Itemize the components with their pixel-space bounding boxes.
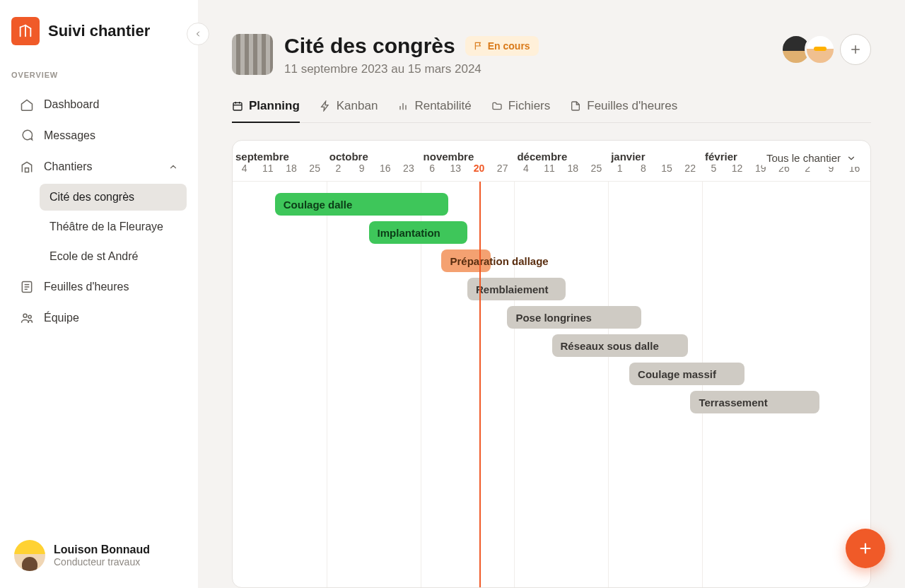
gantt-day: 16 xyxy=(373,163,397,181)
gantt-filter[interactable]: Tous le chantier xyxy=(762,149,860,167)
gantt-task[interactable]: Coulage massif xyxy=(629,363,745,385)
nav-messages[interactable]: Messages xyxy=(11,122,187,150)
nav-chantiers[interactable]: Chantiers xyxy=(11,153,187,181)
nav-dashboard[interactable]: Dashboard xyxy=(11,90,187,119)
gantt-day: 22 xyxy=(679,163,702,181)
folder-icon xyxy=(491,100,503,112)
tab-rentabilite[interactable]: Rentabilité xyxy=(397,93,471,123)
sidebar-item-chantier[interactable]: Cité des congrès xyxy=(40,184,187,211)
gantt-month: novembre xyxy=(421,151,515,163)
timesheet-icon xyxy=(20,280,34,294)
tab-label: Planning xyxy=(249,99,300,113)
gantt-task[interactable]: Préparation dallage xyxy=(441,249,491,272)
gantt-day: 25 xyxy=(303,163,327,181)
svg-point-11 xyxy=(28,315,31,318)
sidebar-item-chantier[interactable]: Ecole de st André xyxy=(40,243,187,270)
svg-line-4 xyxy=(25,25,30,29)
tab-fichiers[interactable]: Fichiers xyxy=(491,93,551,123)
project-members xyxy=(788,34,871,65)
svg-line-3 xyxy=(21,25,25,28)
tab-planning[interactable]: Planning xyxy=(232,93,300,123)
svg-rect-12 xyxy=(233,102,242,110)
section-label: OVERVIEW xyxy=(11,71,187,79)
gantt-task[interactable]: Implantation xyxy=(369,221,467,244)
collapse-sidebar-button[interactable] xyxy=(187,23,209,45)
file-icon xyxy=(570,100,581,112)
nav-label: Dashboard xyxy=(44,98,99,111)
nav-feuilles[interactable]: Feuilles d'heures xyxy=(11,273,187,301)
tab-label: Rentabilité xyxy=(414,99,471,113)
gantt-month: décembre xyxy=(514,151,608,163)
nav-label: Feuilles d'heures xyxy=(44,281,129,293)
gantt-day: 11 xyxy=(256,163,279,181)
calendar-icon xyxy=(232,100,243,112)
gantt-day: 25 xyxy=(585,163,608,181)
user-name: Louison Bonnaud xyxy=(54,543,150,556)
task-label: Coulage massif xyxy=(638,368,716,380)
gantt-day: 11 xyxy=(537,163,561,181)
task-label: Coulage dalle xyxy=(284,199,353,211)
chevron-up-icon xyxy=(168,162,178,172)
gantt-chart: Tous le chantier septembreoctobrenovembr… xyxy=(232,140,871,588)
sidebar-item-chantier[interactable]: Théâtre de la Fleuraye xyxy=(40,213,187,240)
tab-label: Fichiers xyxy=(508,99,551,113)
status-badge: En cours xyxy=(465,36,539,56)
gantt-day: 23 xyxy=(866,163,871,181)
gantt-task[interactable]: Coulage dalle xyxy=(275,193,449,216)
gantt-day: 23 xyxy=(397,163,420,181)
add-task-fab[interactable] xyxy=(846,529,885,568)
brand-logo xyxy=(11,17,40,45)
svg-rect-5 xyxy=(25,168,29,172)
project-dates: 11 septembre 2023 au 15 mars 2024 xyxy=(284,62,776,76)
task-label: Préparation dallage xyxy=(450,255,548,267)
gantt-day: 4 xyxy=(514,163,537,181)
member-avatar[interactable] xyxy=(805,34,836,65)
gantt-task[interactable]: Terrassement xyxy=(690,391,819,413)
chat-icon xyxy=(20,129,34,143)
gantt-task[interactable]: Remblaiement xyxy=(467,278,566,300)
gantt-month: janvier xyxy=(608,151,702,163)
gantt-day: 5 xyxy=(702,163,725,181)
app-title: Suivi chantier xyxy=(48,22,150,40)
today-line xyxy=(479,182,481,587)
gantt-task[interactable]: Pose longrines xyxy=(507,306,641,329)
user-role: Conducteur travaux xyxy=(54,556,150,568)
bolt-icon xyxy=(320,100,331,112)
filter-label: Tous le chantier xyxy=(766,152,841,164)
gantt-day: 27 xyxy=(491,163,514,181)
gantt-day: 15 xyxy=(655,163,678,181)
gantt-month: octobre xyxy=(327,151,421,163)
gantt-day: 4 xyxy=(233,163,256,181)
tab-kanban[interactable]: Kanban xyxy=(320,93,378,123)
tab-label: Feuilles d'heures xyxy=(587,99,677,113)
status-text: En cours xyxy=(488,40,530,52)
gantt-day: 12 xyxy=(725,163,749,181)
task-label: Implantation xyxy=(378,227,440,239)
svg-point-10 xyxy=(23,314,27,317)
tab-label: Kanban xyxy=(337,99,378,113)
gantt-day: 18 xyxy=(561,163,585,181)
user-card[interactable]: Louison Bonnaud Conducteur travaux xyxy=(11,534,187,577)
tab-feuilles[interactable]: Feuilles d'heures xyxy=(570,93,677,123)
gantt-day: 20 xyxy=(467,163,491,181)
gantt-day: 18 xyxy=(279,163,303,181)
task-label: Pose longrines xyxy=(515,312,592,324)
chevron-down-icon xyxy=(846,153,856,163)
tabs: Planning Kanban Rentabilité Fichiers Feu… xyxy=(232,93,871,123)
project-thumbnail xyxy=(232,34,273,75)
user-avatar xyxy=(14,540,45,571)
add-member-button[interactable] xyxy=(840,34,871,65)
gantt-day: 8 xyxy=(631,163,655,181)
nav-label: Chantiers xyxy=(44,160,92,173)
flag-icon xyxy=(474,41,484,51)
building-icon xyxy=(20,160,34,174)
gantt-day: 6 xyxy=(421,163,444,181)
gantt-day: 1 xyxy=(608,163,631,181)
task-label: Terrassement xyxy=(699,396,767,408)
gantt-task[interactable]: Réseaux sous dalle xyxy=(552,334,689,357)
nav-equipe[interactable]: Équipe xyxy=(11,304,187,332)
nav-label: Équipe xyxy=(44,312,79,324)
team-icon xyxy=(20,311,34,325)
project-title: Cité des congrès xyxy=(284,34,455,58)
task-label: Réseaux sous dalle xyxy=(561,340,659,352)
